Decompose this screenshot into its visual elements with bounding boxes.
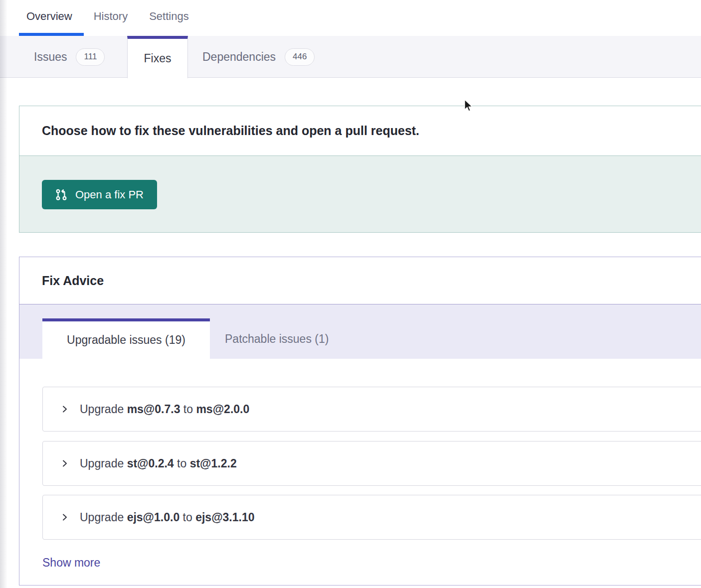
- project-tab-bar: Issues 111 Fixes Dependencies 446: [0, 36, 701, 78]
- nav-item-overview[interactable]: Overview: [26, 10, 72, 23]
- upgrade-mid: to: [177, 457, 186, 470]
- upgrade-to-version: ejs@3.1.10: [195, 511, 254, 524]
- tab-fixes[interactable]: Fixes: [127, 36, 188, 78]
- dependencies-count-badge: 446: [285, 48, 315, 66]
- fix-vulnerabilities-banner: Choose how to fix these vulnerabilities …: [19, 106, 701, 233]
- tab-upgradable-issues-label: Upgradable issues (19): [67, 333, 185, 347]
- chevron-right-icon: [61, 459, 69, 467]
- fix-banner-body: Open a fix PR: [19, 155, 701, 232]
- upgrade-from-version: st@0.2.4: [127, 457, 174, 470]
- fix-advice-title: Fix Advice: [42, 274, 104, 288]
- upgrade-from-version: ms@0.7.3: [127, 403, 180, 416]
- upgrade-item-ejs[interactable]: Upgrade ejs@1.0.0 to ejs@3.1.10: [42, 495, 701, 540]
- fix-banner-heading: Choose how to fix these vulnerabilities …: [42, 124, 419, 138]
- upgrade-from-version: ejs@1.0.0: [127, 511, 180, 524]
- tab-dependencies-label: Dependencies: [202, 50, 276, 64]
- upgrade-to-version: ms@2.0.0: [196, 403, 249, 416]
- issues-count-badge: 111: [76, 48, 105, 66]
- tab-dependencies[interactable]: Dependencies 446: [202, 36, 315, 78]
- fix-advice-header: Fix Advice: [19, 257, 701, 304]
- upgrade-prefix: Upgrade: [80, 511, 124, 524]
- upgrade-mid: to: [183, 403, 193, 416]
- tab-patchable-issues-label: Patchable issues (1): [225, 332, 329, 345]
- tab-issues[interactable]: Issues 111: [34, 36, 105, 78]
- top-nav: Overview History Settings: [0, 0, 701, 36]
- upgrade-prefix: Upgrade: [80, 457, 124, 470]
- left-edge-shadow: [0, 0, 7, 588]
- chevron-right-icon: [61, 405, 69, 413]
- fix-advice-tab-strip: Upgradable issues (19) Patchable issues …: [19, 304, 701, 359]
- fix-banner-header: Choose how to fix these vulnerabilities …: [19, 106, 701, 155]
- tab-upgradable-issues[interactable]: Upgradable issues (19): [42, 318, 210, 361]
- tab-issues-label: Issues: [34, 50, 67, 64]
- upgrade-prefix: Upgrade: [80, 403, 124, 416]
- pull-request-icon: [55, 189, 67, 201]
- tab-patchable-issues[interactable]: Patchable issues (1): [225, 332, 374, 346]
- tab-fixes-label: Fixes: [144, 52, 172, 65]
- upgrade-item-st[interactable]: Upgrade st@0.2.4 to st@1.2.2: [42, 441, 701, 486]
- nav-item-history[interactable]: History: [94, 10, 128, 23]
- nav-item-settings[interactable]: Settings: [149, 10, 189, 23]
- upgrade-item-ms[interactable]: Upgrade ms@0.7.3 to ms@2.0.0: [42, 387, 701, 432]
- open-fix-pr-button[interactable]: Open a fix PR: [42, 180, 157, 209]
- show-more-link[interactable]: Show more: [42, 556, 100, 570]
- chevron-right-icon: [61, 513, 69, 521]
- upgrade-mid: to: [183, 511, 192, 524]
- open-fix-pr-label: Open a fix PR: [75, 188, 144, 201]
- upgrade-to-version: st@1.2.2: [190, 457, 237, 470]
- fix-advice-card: Fix Advice Upgradable issues (19) Patcha…: [19, 257, 701, 586]
